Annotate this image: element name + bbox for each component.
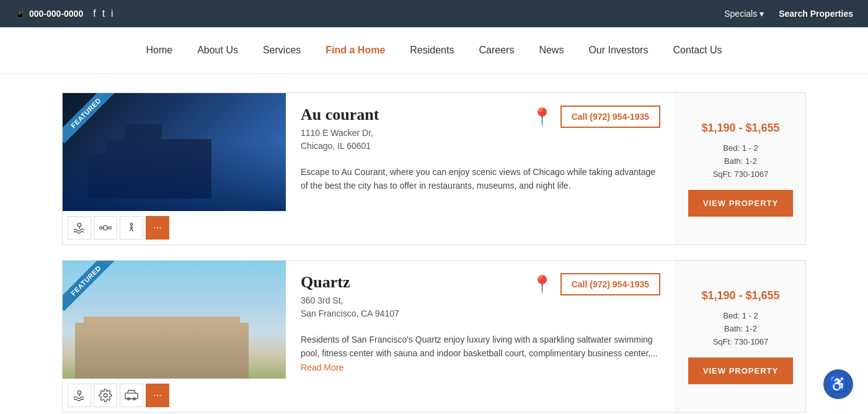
search-properties-link[interactable]: Search Properties (779, 9, 853, 19)
card-right-au-courant: $1,190 - $1,655 Bed: 1 - 2 Bath: 1-2 SqF… (675, 93, 805, 245)
more-icons-button-quartz[interactable]: ··· (146, 384, 169, 407)
svg-rect-2 (100, 227, 102, 229)
svg-point-7 (130, 223, 133, 226)
bath-count-au-courant: Bath: 1-2 (724, 156, 757, 166)
social-links: f t i (93, 8, 113, 19)
svg-point-9 (78, 391, 81, 395)
car-icon-quartz[interactable] (120, 384, 143, 407)
topbar-right: Specials ▾ Search Properties (724, 9, 853, 19)
bed-count-quartz: Bed: 1 - 2 (723, 311, 758, 320)
card-left-quartz: ··· (63, 261, 286, 412)
card-middle-au-courant: Au Courant 1110 E Wacker Dr, Chicago, IL… (286, 93, 675, 245)
topbar: 📱 000-000-0000 f t i Specials ▾ Search P… (0, 0, 868, 27)
nav-residents[interactable]: Residents (410, 45, 454, 56)
amenity-icons-quartz: ··· (63, 379, 286, 412)
view-property-button-quartz[interactable]: VIEW PROPERTY (688, 358, 793, 384)
property-name-au-courant: Au Courant (301, 106, 379, 124)
bath-count-quartz: Bath: 1-2 (724, 324, 757, 333)
chevron-down-icon: ▾ (760, 9, 764, 19)
property-name-quartz: Quartz (301, 273, 399, 292)
topbar-left: 📱 000-000-0000 f t i (15, 8, 113, 19)
property-description-quartz: Residents of San Francisco's Quartz enjo… (301, 333, 660, 374)
phone-number[interactable]: 📱 000-000-0000 (15, 9, 83, 19)
svg-rect-3 (109, 227, 112, 229)
card-middle-quartz: Quartz 360 3rd St, San Francisco, CA 941… (286, 261, 675, 412)
price-range-quartz: $1,190 - $1,655 (701, 289, 779, 302)
nav-find-a-home[interactable]: Find a Home (326, 45, 385, 56)
nav-about-us[interactable]: About Us (197, 45, 238, 56)
call-row-quartz: 📍 Call (972) 954-1935 (531, 273, 660, 295)
svg-point-0 (78, 223, 81, 227)
amenity-icons-au-courant: ··· (63, 211, 286, 245)
property-listing: ··· Au Courant 1110 E Wacker Dr, Chicago… (0, 74, 868, 414)
bed-count-au-courant: Bed: 1 - 2 (723, 143, 758, 153)
featured-ribbon (63, 93, 118, 149)
nav-news[interactable]: News (539, 45, 564, 56)
sqft-au-courant: SqFt: 730-1067 (713, 169, 769, 179)
accessibility-button[interactable]: ♿ (823, 369, 853, 399)
property-image-au-courant (63, 93, 286, 211)
view-property-button-au-courant[interactable]: VIEW PROPERTY (688, 190, 793, 217)
nav-contact-us[interactable]: Contact Us (673, 45, 722, 56)
featured-ribbon-quartz (63, 261, 118, 317)
nav-our-investors[interactable]: Our Investors (588, 45, 648, 56)
gym-icon[interactable] (120, 216, 143, 240)
price-range-au-courant: $1,190 - $1,655 (701, 122, 779, 135)
fitness-icon[interactable] (94, 216, 117, 240)
nav-careers[interactable]: Careers (479, 45, 514, 56)
card-right-quartz: $1,190 - $1,655 Bed: 1 - 2 Bath: 1-2 SqF… (675, 261, 805, 412)
call-row-au-courant: 📍 Call (972) 954-1935 (531, 106, 660, 128)
read-more-quartz[interactable]: Read More (301, 362, 343, 372)
property-image-quartz (63, 261, 286, 379)
svg-rect-6 (104, 225, 107, 230)
pool-icon[interactable] (68, 216, 91, 240)
property-card-au-courant: ··· Au Courant 1110 E Wacker Dr, Chicago… (62, 92, 806, 245)
svg-point-11 (104, 394, 107, 397)
svg-rect-12 (125, 393, 138, 398)
property-description-au-courant: Escape to Au Courant, where you can enjo… (301, 165, 660, 193)
map-pin-icon: 📍 (531, 107, 553, 127)
call-button-quartz[interactable]: Call (972) 954-1935 (560, 273, 660, 295)
twitter-icon[interactable]: t (102, 8, 105, 19)
accessibility-icon: ♿ (829, 376, 848, 393)
call-button-au-courant[interactable]: Call (972) 954-1935 (560, 106, 660, 128)
card-left-au-courant: ··· (63, 93, 286, 245)
facebook-icon[interactable]: f (93, 8, 95, 19)
nav-services[interactable]: Services (263, 45, 301, 56)
property-address-au-courant: 1110 E Wacker Dr, Chicago, IL 60601 (301, 127, 379, 153)
pool-icon-quartz[interactable] (68, 384, 91, 407)
map-pin-icon-quartz: 📍 (531, 274, 553, 295)
nav-home[interactable]: Home (146, 45, 172, 56)
phone-icon: 📱 (15, 9, 25, 19)
main-nav: Home About Us Services Find a Home Resid… (0, 27, 868, 74)
sqft-quartz: SqFt: 730-1067 (713, 337, 769, 346)
more-icons-button[interactable]: ··· (146, 216, 169, 240)
instagram-icon[interactable]: i (111, 8, 113, 19)
specials-menu[interactable]: Specials ▾ (724, 9, 764, 19)
property-card-quartz: ··· Quartz 360 3rd St, San Francisco, CA… (62, 260, 806, 413)
property-address-quartz: 360 3rd St, San Francisco, CA 94107 (301, 294, 399, 320)
gear-icon-quartz[interactable] (94, 384, 117, 407)
